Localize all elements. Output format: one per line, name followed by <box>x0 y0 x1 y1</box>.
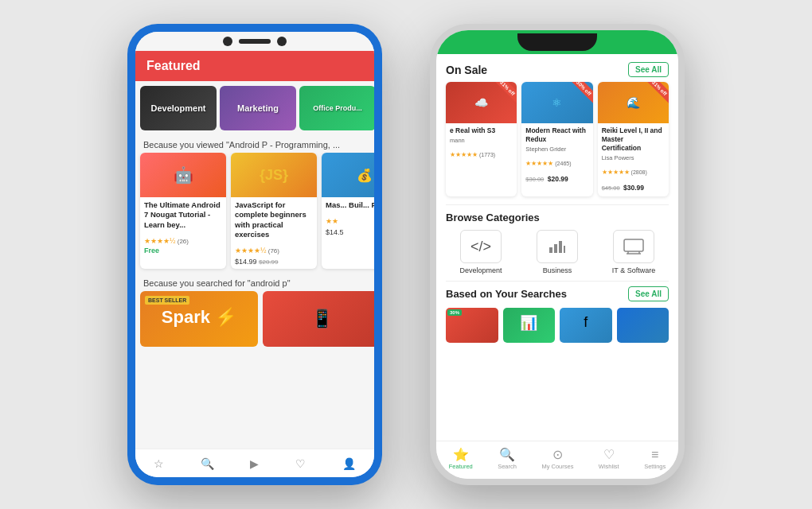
beach-icon: 🌊 <box>627 96 640 109</box>
search-thumb-3[interactable]: f <box>560 308 612 343</box>
svg-rect-0 <box>549 247 552 253</box>
sale-card-3[interactable]: 🌊 Reiki Level I, II and Master Certifica… <box>598 82 669 196</box>
search-thumb-icon-2: 📊 <box>503 314 556 332</box>
wishlist-icon: ♡ <box>295 457 306 470</box>
bestseller-badge: BEST SELLER <box>145 296 189 305</box>
android-course-row: 🤖 The Ultimate Android 7 Nougat Tutorial… <box>135 153 374 274</box>
featured-nav-label: Featured <box>449 463 473 470</box>
search-icon: 🔍 <box>201 457 214 470</box>
based-searches-section: Based on Your Searches See All 30% 📊 f <box>436 283 678 348</box>
course-thumb-3: 💰 <box>322 153 374 197</box>
on-sale-header: On Sale See All <box>436 54 678 82</box>
nav-item-wishlist[interactable]: ♡ <box>295 457 306 470</box>
android-camera <box>223 37 232 46</box>
search-nav-label: Search <box>498 463 517 470</box>
based-searches-header: Based on Your Searches See All <box>446 286 669 305</box>
course-title-js: JavaScript for complete beginners with p… <box>235 200 313 239</box>
profile-icon: 👤 <box>342 457 356 470</box>
android-icon: 🤖 <box>174 165 193 185</box>
android-category-row: Development Marketing Office Produ... <box>135 81 374 135</box>
category-card-development[interactable]: Development <box>140 86 217 130</box>
search-nav-icon: 🔍 <box>499 447 515 462</box>
discount-ribbon-3 <box>642 82 669 109</box>
searched-row: BEST SELLER Spark ⚡ 📱 <box>135 291 374 347</box>
search-thumb-1[interactable]: 30% <box>446 308 498 343</box>
svg-rect-3 <box>564 246 565 253</box>
sale-icon-1: ☁️ <box>474 96 488 109</box>
featured-header: Featured <box>135 51 374 81</box>
category-card-marketing[interactable]: Marketing <box>220 86 296 130</box>
search-thumb-4[interactable] <box>617 308 670 343</box>
nav-search[interactable]: 🔍 Search <box>498 447 517 470</box>
see-all-button-searches[interactable]: See All <box>628 286 669 301</box>
sale-instructor-3: Lisa Powers <box>602 154 665 161</box>
sale-count-3: (2808) <box>630 169 647 175</box>
course-info-android: The Ultimate Android 7 Nougat Tutorial -… <box>140 197 226 258</box>
my-courses-nav-icon: ⊙ <box>552 447 563 462</box>
sale-card-1[interactable]: ☁️ e Real with S3 mann ★★★★★ (1773) <box>446 82 517 196</box>
on-sale-label: On Sale <box>446 64 487 76</box>
sale-count-1: (1773) <box>478 152 495 157</box>
price-android: Free <box>144 247 222 254</box>
stars-3: ★★ <box>326 217 338 225</box>
sale-old-3: $45.00 <box>602 185 620 192</box>
svg-rect-2 <box>559 241 562 253</box>
featured-nav-icon: ⭐ <box>453 447 469 462</box>
sale-title-3: Reiki Level I, II and Master Certificati… <box>602 126 665 153</box>
nav-item-play[interactable]: ▶ <box>250 457 259 470</box>
android-speaker <box>239 39 271 44</box>
stars-js: ★★★★½ <box>235 247 267 254</box>
course-title-android: The Ultimate Android 7 Nougat Tutorial -… <box>144 200 222 230</box>
settings-nav-icon: ≡ <box>651 448 658 462</box>
course-card-android[interactable]: 🤖 The Ultimate Android 7 Nougat Tutorial… <box>140 153 226 269</box>
course-title-3: Mas... Buil... Fund... <box>326 200 374 210</box>
searched-card-other[interactable]: 📱 <box>263 291 374 347</box>
sale-thumb-2: ⚛ <box>521 82 592 123</box>
browse-label-development: Development <box>459 266 502 274</box>
svg-rect-1 <box>554 244 557 253</box>
browse-title: Browse Categories <box>446 212 669 223</box>
fund-icon: 💰 <box>357 168 373 183</box>
sale-card-2[interactable]: ⚛ Modern React with Redux Stephen Grider… <box>521 82 592 196</box>
sale-thumb-3: 🌊 <box>598 82 669 123</box>
sale-new-2: $20.99 <box>548 175 568 183</box>
browse-label-it: IT & Software <box>612 266 655 274</box>
discount-ribbon-1 <box>490 82 517 109</box>
sale-old-2: $30.00 <box>525 176 544 183</box>
category-card-other[interactable]: Office Produ... <box>299 86 374 130</box>
course-info-js: JavaScript for complete beginners with p… <box>231 197 317 269</box>
nav-item-search[interactable]: 🔍 <box>201 457 214 470</box>
play-icon: ▶ <box>250 457 259 470</box>
stars-android: ★★★★½ <box>144 237 176 245</box>
browse-cat-it[interactable]: IT & Software <box>599 230 669 274</box>
iphone-notch <box>517 33 597 51</box>
iphone-screen: On Sale See All ☁️ e Real with S3 mann ★… <box>436 30 678 479</box>
nav-featured[interactable]: ⭐ Featured <box>449 447 473 470</box>
sale-stars-2: ★★★★★ <box>525 160 553 167</box>
course-card-3[interactable]: 💰 Mas... Buil... Fund... ★★ $14.5 <box>322 153 374 269</box>
iphone-notch-bar <box>436 30 678 54</box>
sale-count-2: (2465) <box>553 161 571 166</box>
based-searches-label: Based on Your Searches <box>446 288 567 300</box>
nav-my-courses[interactable]: ⊙ My Courses <box>541 447 573 470</box>
course-card-js[interactable]: {JS} JavaScript for complete beginners w… <box>231 153 317 269</box>
wishlist-nav-icon: ♡ <box>603 447 615 462</box>
browse-cat-development[interactable]: </> Development <box>446 230 516 274</box>
react-icon: ⚛ <box>552 96 562 109</box>
see-all-button-sale[interactable]: See All <box>628 62 669 77</box>
count-js: (76) <box>267 247 279 254</box>
price-3: $14.5 <box>326 228 374 236</box>
because-searched-label: Because you searched for "android p" <box>135 274 374 291</box>
category-label-development: Development <box>150 103 205 113</box>
searched-card-spark[interactable]: BEST SELLER Spark ⚡ <box>140 291 258 347</box>
nav-item-home[interactable]: ☆ <box>154 457 164 470</box>
sale-prices-2: $30.00 $20.99 <box>525 170 588 185</box>
nav-settings[interactable]: ≡ Settings <box>644 448 666 470</box>
search-thumb-2[interactable]: 📊 <box>503 308 556 343</box>
browse-cat-business[interactable]: Business <box>522 230 592 274</box>
browse-section: Browse Categories </> Development <box>436 207 678 279</box>
nav-item-profile[interactable]: 👤 <box>342 457 356 470</box>
nav-wishlist[interactable]: ♡ Wishlist <box>599 447 619 470</box>
home-icon: ☆ <box>154 457 164 470</box>
android-content: Featured Development Marketing Office Pr… <box>135 51 374 449</box>
